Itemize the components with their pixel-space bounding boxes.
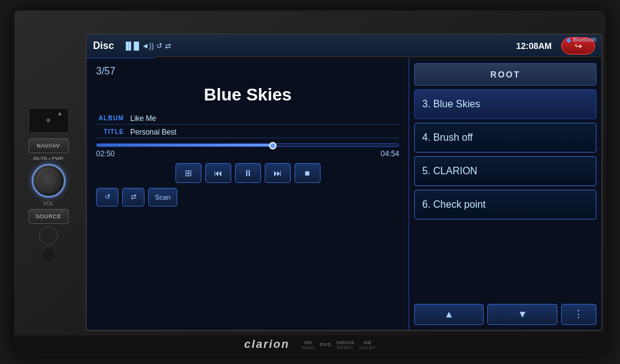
unit-bottom-bar: clarion HDRadio DVD SIRIUSREADY DDDOLBY	[14, 335, 606, 354]
item-3-text: 3. Blue Skies	[422, 99, 480, 110]
main-content: 3/57 Blue Skies ALBUM Like Me TITLE Pers…	[87, 58, 601, 330]
nav-buttons: ▲ ▼ ⋮	[414, 304, 596, 325]
root-label: ROOT	[490, 69, 520, 79]
stop-icon: ■	[304, 168, 309, 178]
item-6-text: 6. Check point	[422, 199, 485, 210]
menu-button[interactable]: ⊞	[175, 163, 202, 183]
track-title: Blue Skies	[96, 85, 399, 105]
hd-radio-logo: HDRadio	[302, 340, 315, 350]
volume-knob[interactable]	[32, 164, 66, 198]
pause-button[interactable]: ⏸	[235, 163, 261, 183]
playlist-panel: ROOT 3. Blue Skies 4. Brush off 5. CLARI…	[409, 58, 601, 330]
dvd-logo: DVD	[320, 342, 331, 347]
item-5-text: 5. CLARION	[422, 166, 477, 177]
accessory-jack	[41, 247, 56, 263]
shuffle-icon: ⇄	[131, 193, 136, 201]
title-row: TITLE Personal Best	[96, 127, 399, 138]
screen: ◆ Bluetooth Disc ▐▌█ ◄)) ↺ ⇄ 12:08AM ↪ 3…	[86, 33, 603, 331]
next-icon: ⏭	[273, 168, 282, 178]
left-panel: ▲ NAVI/AV MUTE • PWR VOL SOURCE	[14, 11, 82, 354]
bluetooth-indicator: ◆ Bluetooth	[566, 36, 596, 44]
nav-up-button[interactable]: ▲	[414, 304, 484, 325]
repeat-icon: ↺	[105, 193, 110, 201]
status-bar: Disc ▐▌█ ◄)) ↺ ⇄ 12:08AM ↪	[87, 35, 601, 58]
time-display: 12:08AM	[516, 41, 552, 51]
nav-down-icon: ▼	[518, 309, 528, 320]
vol-label: VOL	[43, 200, 54, 206]
stop-button[interactable]: ■	[294, 163, 321, 183]
brand-name: clarion	[244, 338, 290, 351]
headphone-jack	[39, 226, 58, 245]
repeat-icon: ↺	[156, 42, 162, 50]
pause-icon: ⏸	[244, 168, 252, 178]
signal-icon: ▐▌█	[123, 42, 140, 50]
mute-pwr-label: MUTE • PWR	[33, 156, 64, 161]
scan-label: Scan	[155, 193, 170, 201]
title-value: Personal Best	[130, 128, 177, 136]
cd-slot-line	[155, 56, 601, 58]
bluetooth-label: Bluetooth	[573, 37, 596, 43]
title-label: TITLE	[96, 128, 124, 135]
item-4-text: 4. Brush off	[422, 132, 473, 143]
shuffle-button[interactable]: ⇄	[122, 188, 144, 206]
playback-controls: ⊞ ⏮ ⏸ ⏭ ■	[96, 163, 399, 183]
playlist-item-4[interactable]: 4. Brush off	[414, 123, 596, 153]
progress-area[interactable]: 02:50 04:54	[96, 143, 399, 158]
repeat-button[interactable]: ↺	[96, 188, 118, 206]
album-label: ALBUM	[96, 115, 124, 122]
album-value: Like Me	[130, 114, 156, 123]
total-time: 04:54	[381, 149, 399, 158]
status-icons: ▐▌█ ◄)) ↺ ⇄	[123, 42, 510, 50]
car-stereo-unit: ▲ NAVI/AV MUTE • PWR VOL SOURCE	[12, 9, 608, 356]
source-title: Disc	[93, 40, 114, 51]
progress-fill	[97, 144, 272, 146]
prev-icon: ⏮	[214, 168, 223, 178]
playlist-item-3[interactable]: 3. Blue Skies	[414, 89, 596, 119]
source-button[interactable]: SOURCE	[29, 209, 69, 224]
navi-av-button[interactable]: NAVI/AV	[29, 138, 69, 153]
next-button[interactable]: ⏭	[265, 163, 291, 183]
nav-down-button[interactable]: ▼	[487, 304, 557, 325]
knob-inner	[38, 170, 60, 192]
bottom-controls: ↺ ⇄ Scan	[96, 188, 399, 206]
scan-button[interactable]: Scan	[148, 188, 177, 206]
cd-slot-area: ▲	[29, 108, 69, 133]
current-time: 02:50	[96, 149, 115, 158]
bluetooth-icon: ◆	[566, 36, 571, 44]
playlist-item-5[interactable]: 5. CLARION	[414, 156, 596, 186]
volume-icon: ◄))	[141, 42, 154, 50]
logo-group-left: HDRadio DVD SIRIUSREADY DDDOLBY	[302, 340, 376, 350]
menu-icon: ⊞	[185, 168, 192, 178]
progress-track[interactable]	[96, 143, 399, 147]
nav-up-icon: ▲	[444, 309, 454, 320]
time-row: 02:50 04:54	[96, 149, 399, 158]
shuffle-icon: ⇄	[165, 42, 171, 50]
sirius-logo: SIRIUSREADY	[336, 340, 355, 350]
progress-handle	[269, 142, 277, 149]
player-panel: 3/57 Blue Skies ALBUM Like Me TITLE Pers…	[87, 58, 409, 330]
root-button[interactable]: ROOT	[414, 63, 596, 86]
track-position: 3/57	[96, 66, 399, 77]
playlist-item-6[interactable]: 6. Check point	[414, 190, 596, 220]
prev-button[interactable]: ⏮	[205, 163, 231, 183]
nav-menu-button[interactable]: ⋮	[561, 304, 596, 325]
meta-info: ALBUM Like Me TITLE Personal Best	[96, 113, 399, 138]
dolby-logo: DDDOLBY	[360, 340, 376, 350]
slot-indicator	[46, 118, 50, 122]
album-row: ALBUM Like Me	[96, 113, 399, 125]
nav-menu-icon: ⋮	[574, 308, 583, 320]
